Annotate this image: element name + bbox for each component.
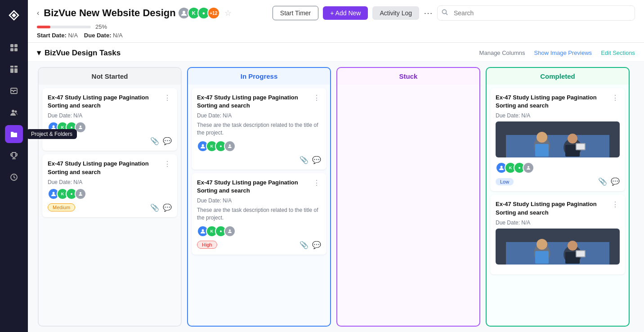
progress-bar-container <box>37 26 91 28</box>
task-card: Ex-47 Study Listing page Pagination Sort… <box>490 88 625 191</box>
kanban-board: Not Started Ex-47 Study Listing page Pag… <box>28 62 644 332</box>
task-card-header: Ex-47 Study Listing page Pagination Sort… <box>496 94 620 110</box>
sidebar-icon-folders[interactable]: Project & Folders <box>5 125 23 143</box>
svg-rect-6 <box>10 68 13 73</box>
svg-rect-5 <box>14 66 18 67</box>
column-in-progress: In Progress Ex-47 Study Listing page Pag… <box>187 67 331 327</box>
task-card-header: Ex-47 Study Listing page Pagination Sort… <box>197 179 321 195</box>
task-due: Due Date: N/A <box>496 220 620 226</box>
task-title: Ex-47 Study Listing page Pagination Sort… <box>496 200 611 216</box>
start-timer-button[interactable]: Start Timer <box>273 6 318 20</box>
star-button[interactable]: ☆ <box>224 8 232 18</box>
sidebar-icon-trophy[interactable] <box>5 147 23 165</box>
svg-point-36 <box>528 166 529 168</box>
task-avatars: K ● <box>197 140 321 152</box>
task-title: Ex-47 Study Listing page Pagination Sort… <box>48 160 163 176</box>
comment-icon: 💬 <box>611 177 620 186</box>
svg-line-16 <box>446 13 448 15</box>
task-footer: Medium 📎 💬 <box>48 203 172 212</box>
svg-rect-4 <box>10 66 13 67</box>
section-actions: Manage Columns Show Image Previews Edit … <box>479 49 635 56</box>
task-menu-button[interactable]: ⋮ <box>312 179 321 187</box>
logo <box>4 5 24 28</box>
comment-icon: 💬 <box>163 137 172 145</box>
task-icons: 📎 💬 <box>150 203 172 212</box>
search-input[interactable] <box>437 5 635 21</box>
task-menu-button[interactable]: ⋮ <box>611 200 620 209</box>
svg-point-22 <box>229 144 231 146</box>
svg-rect-7 <box>14 68 18 73</box>
svg-rect-34 <box>577 144 585 149</box>
task-card: Ex-47 Study Listing page Pagination Sort… <box>42 154 177 217</box>
svg-rect-3 <box>14 48 18 51</box>
comment-icon: 💬 <box>312 156 321 164</box>
header-actions: Start Timer + Add New Activity Log ⋯ <box>273 5 635 21</box>
task-due: Due Date: N/A <box>197 197 321 204</box>
svg-point-24 <box>229 229 231 231</box>
sidebar-icon-team[interactable] <box>5 103 23 121</box>
edit-sections-link[interactable]: Edit Sections <box>601 49 635 56</box>
start-date-value: N/A <box>68 32 77 39</box>
task-menu-button[interactable]: ⋮ <box>312 94 321 102</box>
task-card: Ex-47 Study Listing page Pagination Sort… <box>490 195 625 274</box>
progress-bar <box>37 26 50 28</box>
attachment-icon: 📎 <box>150 203 159 212</box>
task-icons: 📎 💬 <box>300 156 321 164</box>
section-collapse-icon[interactable]: ▾ <box>37 48 41 58</box>
attachment-icon: 📎 <box>300 241 309 249</box>
svg-rect-0 <box>10 44 13 47</box>
manage-columns-link[interactable]: Manage Columns <box>479 49 525 56</box>
task-due: Due Date: N/A <box>197 112 321 119</box>
col-body-in-progress: Ex-47 Study Listing page Pagination Sort… <box>187 85 331 327</box>
svg-point-40 <box>537 239 547 250</box>
col-header-stuck: Stuck <box>336 67 480 85</box>
priority-badge: Low <box>496 178 514 185</box>
task-image-preview <box>496 121 620 157</box>
search-bar <box>437 5 635 21</box>
avatar <box>75 188 86 200</box>
task-due: Due Date: N/A <box>48 179 172 185</box>
task-avatars: K ● <box>496 162 620 174</box>
col-header-completed: Completed <box>486 67 630 85</box>
activity-log-button[interactable]: Activity Log <box>372 6 419 20</box>
due-date-value: N/A <box>113 32 123 39</box>
more-options-button[interactable]: ⋯ <box>424 8 433 18</box>
section-header: ▾ BizVue Design Tasks Manage Columns Sho… <box>28 43 644 62</box>
add-new-button[interactable]: + Add New <box>323 6 368 20</box>
task-card-header: Ex-47 Study Listing page Pagination Sort… <box>197 94 321 110</box>
task-description: These are the task description related t… <box>197 206 321 222</box>
attachment-icon: 📎 <box>300 156 309 164</box>
project-title: BizVue New Website Design <box>44 7 175 19</box>
search-icon <box>442 9 448 17</box>
kanban-wrapper: ▾ BizVue Design Tasks Manage Columns Sho… <box>28 43 644 332</box>
task-footer: High 📎 💬 <box>197 241 321 249</box>
task-menu-button[interactable]: ⋮ <box>611 94 620 102</box>
show-image-previews-link[interactable]: Show Image Previews <box>534 49 592 56</box>
task-image-preview <box>496 229 620 265</box>
svg-point-21 <box>202 144 204 146</box>
sidebar-icon-grid[interactable] <box>5 39 23 57</box>
task-menu-button[interactable]: ⋮ <box>163 94 172 102</box>
sidebar-icon-clock[interactable] <box>5 168 23 186</box>
avatar-count: +12 <box>207 7 220 19</box>
task-title: Ex-47 Study Listing page Pagination Sort… <box>48 94 163 110</box>
sidebar-icon-dashboard[interactable] <box>5 60 23 78</box>
comment-icon: 💬 <box>312 241 321 249</box>
folders-tooltip: Project & Folders <box>27 129 77 139</box>
svg-point-19 <box>53 192 55 194</box>
svg-point-9 <box>12 110 14 112</box>
header-left: ‹ BizVue New Website Design K ● +12 ☆ <box>37 7 232 19</box>
header: ‹ BizVue New Website Design K ● +12 ☆ St… <box>28 0 644 43</box>
back-button[interactable]: ‹ <box>37 9 39 17</box>
task-title: Ex-47 Study Listing page Pagination Sort… <box>496 94 611 110</box>
svg-rect-1 <box>14 44 18 47</box>
svg-rect-46 <box>577 251 585 256</box>
task-avatars: K ● <box>48 188 172 200</box>
col-body-stuck <box>336 85 480 327</box>
sidebar-icon-inbox[interactable] <box>5 82 23 100</box>
main-content: ‹ BizVue New Website Design K ● +12 ☆ St… <box>28 0 644 332</box>
comment-icon: 💬 <box>163 203 172 212</box>
task-menu-button[interactable]: ⋮ <box>163 160 172 168</box>
svg-point-23 <box>202 229 204 231</box>
svg-point-28 <box>537 132 547 143</box>
